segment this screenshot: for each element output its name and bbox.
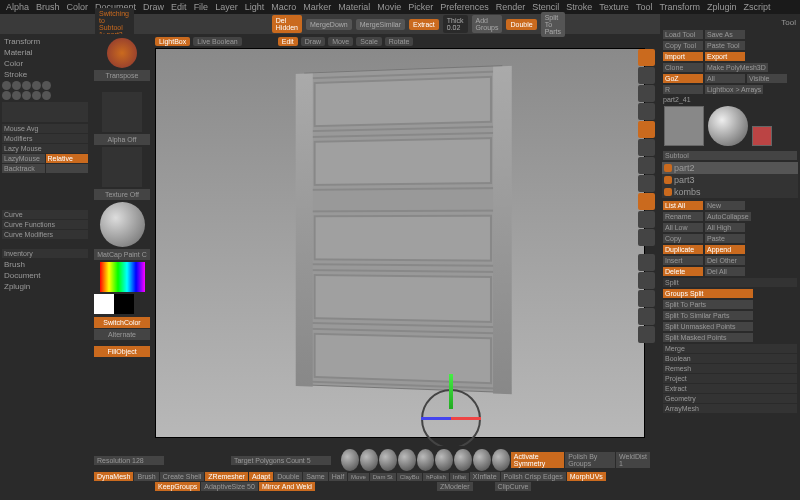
weld-button[interactable]: WeldDist 1 (616, 452, 650, 468)
paste2-button[interactable]: Paste (705, 234, 745, 243)
r-button[interactable]: R (663, 85, 703, 94)
duplicate-button[interactable]: Duplicate (663, 245, 703, 254)
menu-texture[interactable]: Texture (599, 2, 629, 12)
swatch-black[interactable] (114, 294, 134, 314)
menu-material[interactable]: Material (338, 2, 370, 12)
mergedown-button[interactable]: MergeDown (306, 19, 352, 30)
curvefn-section[interactable]: Curve Functions (2, 220, 88, 229)
fit-icon[interactable] (638, 103, 655, 120)
half-button[interactable]: Half (329, 472, 347, 481)
stroke-dots[interactable] (2, 81, 88, 90)
tool-title[interactable]: Tool (662, 16, 798, 29)
list-item[interactable]: kombs (662, 186, 798, 198)
polish-button[interactable]: Polish By Groups (565, 452, 615, 468)
clone-button[interactable]: Clone (663, 63, 703, 72)
list-item[interactable]: part3 (662, 174, 798, 186)
mouseavg-section[interactable]: Mouse Avg (2, 124, 88, 133)
delhidden-button[interactable]: Del Hidden (272, 15, 302, 33)
delall-button[interactable]: Del All (705, 267, 745, 276)
brush-icon[interactable] (473, 449, 491, 471)
morph-button[interactable]: MorphUVs (567, 472, 606, 481)
tool-preview[interactable] (664, 106, 704, 146)
brush-icon[interactable] (454, 449, 472, 471)
eye-icon[interactable] (664, 176, 672, 184)
activate-sym-button[interactable]: Activate Symmetry (511, 452, 564, 468)
merge-button[interactable]: Merge (663, 344, 797, 353)
extract-button[interactable]: Extract (409, 19, 439, 30)
menu-layer[interactable]: Layer (215, 2, 238, 12)
visible-button[interactable]: Visible (747, 74, 787, 83)
resolution-slider[interactable]: Resolution 128 (94, 456, 164, 465)
live-boolean-button[interactable]: Live Boolean (193, 37, 241, 46)
texture-slot[interactable] (102, 147, 142, 187)
menu-movie[interactable]: Movie (377, 2, 401, 12)
polishc-button[interactable]: Polish Crisp Edges (501, 472, 566, 481)
viewport[interactable] (155, 48, 645, 438)
list-item[interactable]: part2 (662, 162, 798, 174)
menu-file[interactable]: File (194, 2, 209, 12)
menu-alpha[interactable]: Alpha (6, 2, 29, 12)
color-picker[interactable] (100, 262, 145, 292)
new-button[interactable]: New (705, 201, 745, 210)
delete-button[interactable]: Delete (663, 267, 703, 276)
draw-button[interactable]: Draw (301, 37, 325, 46)
splits-button[interactable]: Split To Similar Parts (663, 311, 753, 320)
alternate-button[interactable]: Alternate (94, 329, 150, 340)
zoom-icon[interactable] (638, 85, 655, 102)
menu-brush[interactable]: Brush (36, 2, 60, 12)
menu-tool[interactable]: Tool (636, 2, 653, 12)
ghost-icon[interactable] (638, 290, 655, 307)
move-button[interactable]: Move (328, 37, 353, 46)
rename-button[interactable]: Rename (663, 212, 703, 221)
model-furniture[interactable] (304, 65, 502, 393)
splitm-button[interactable]: Split Masked Points (663, 333, 753, 342)
createshell-button[interactable]: Create Shell (160, 472, 205, 481)
transpose-button[interactable]: Transpose (94, 70, 150, 81)
eye-icon[interactable] (664, 164, 672, 172)
menu-picker[interactable]: Picker (408, 2, 433, 12)
modifiers-section[interactable]: Modifiers (2, 134, 88, 143)
geometry-button[interactable]: Geometry (663, 394, 797, 403)
brush-icon[interactable] (341, 449, 359, 471)
menu-macro[interactable]: Macro (271, 2, 296, 12)
polyf-icon[interactable] (638, 254, 655, 271)
bpr-icon[interactable] (638, 49, 655, 66)
gizmo-z-axis[interactable] (421, 417, 451, 420)
rotate-button[interactable]: Rotate (385, 37, 414, 46)
alpha-slot[interactable] (102, 92, 142, 132)
goz-button[interactable]: GoZ (663, 74, 703, 83)
array-button[interactable]: ArrayMesh (663, 404, 797, 413)
splitp-button[interactable]: Split To Parts (663, 300, 753, 309)
delother-button[interactable]: Del Other (705, 256, 745, 265)
doub-button[interactable]: Double (274, 472, 302, 481)
same-button[interactable]: Same (303, 472, 327, 481)
split-button[interactable]: Split To Parts (541, 12, 565, 37)
document-label[interactable]: Document (2, 270, 88, 281)
menu-zscript[interactable]: Zscript (744, 2, 771, 12)
clipcurve-button[interactable]: ClipCurve (495, 482, 532, 491)
listall-button[interactable]: List All (663, 201, 703, 210)
brush-icon[interactable] (435, 449, 453, 471)
mergesim-button[interactable]: MergeSimilar (356, 19, 405, 30)
frame-icon[interactable] (638, 175, 655, 192)
matcap-button[interactable]: MatCap Paint C (94, 249, 150, 260)
alllow-button[interactable]: All Low (663, 223, 703, 232)
transp-icon[interactable] (638, 272, 655, 289)
pastetool-button[interactable]: Paste Tool (705, 41, 745, 50)
brush-icon[interactable] (398, 449, 416, 471)
autoc-button[interactable]: AutoCollapse (705, 212, 751, 221)
brushb-button[interactable]: Brush (134, 472, 158, 481)
switch-button[interactable]: SwitchColor (94, 317, 150, 328)
subtool-header[interactable]: Subtool (663, 151, 797, 160)
makepoly-button[interactable]: Make PolyMesh3D (705, 63, 768, 72)
swatch-white[interactable] (94, 294, 114, 314)
thick-button[interactable]: Thick 0.02 (443, 15, 468, 33)
curve-section[interactable]: Curve (2, 210, 88, 219)
rotate2-icon[interactable] (638, 229, 655, 246)
menu-draw[interactable]: Draw (143, 2, 164, 12)
persp-icon[interactable] (638, 121, 655, 138)
scroll-icon[interactable] (638, 67, 655, 84)
xinflate-button[interactable]: XInflate (470, 472, 500, 481)
gizmo-y-axis[interactable] (449, 374, 453, 409)
move-icon[interactable] (638, 193, 655, 210)
